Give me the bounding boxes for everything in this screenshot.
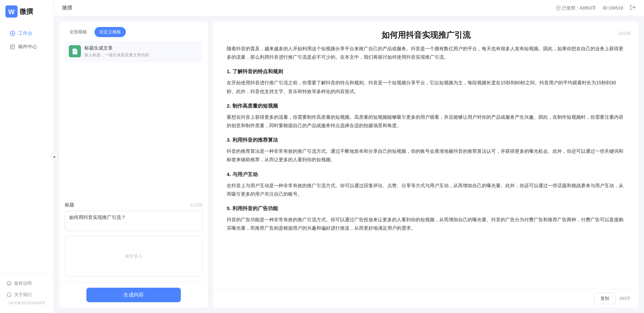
article-paragraph: 在抖音上与用户互动是一种非常有效的推广引流方式。你可以通过回复评论、点赞、分享等…	[227, 181, 625, 198]
template-card-content: 标题生成文章 输入标题，一键生成高质量文章内容	[84, 45, 149, 58]
document-icon	[556, 6, 561, 10]
article-heading: 3. 利用抖音的推荐算法	[227, 135, 625, 144]
right-panel: 如何用抖音实现推广引流 11/100 随着抖音的普及，越来越多的人开始利用这个短…	[213, 22, 639, 308]
svg-text:i: i	[9, 294, 9, 297]
icp-text: ©ICP备2022016946号	[0, 301, 54, 308]
sidebar-item-label-about: 关于我们	[14, 292, 32, 298]
article-footer: 复制 693字	[213, 289, 639, 308]
char-count: 12/100	[190, 203, 202, 207]
keyword-placeholder: 请空录入	[125, 253, 142, 259]
form-label-row: 标题 12/100	[65, 202, 202, 208]
sidebar: W 微撰 工作台 稿件中心	[0, 0, 54, 313]
article-paragraph: 抖音的推荐算法是一种非常有效的推广引流方式。通过不断地发布和分享自己的短视频，你…	[227, 147, 625, 164]
collapse-button[interactable]: ◀	[50, 153, 58, 160]
svg-text:©: ©	[8, 282, 10, 285]
sidebar-item-label-copyright: 版权说明	[14, 280, 32, 286]
sidebar-item-label-drafts: 稿件中心	[18, 44, 37, 50]
usage-info: 已使用：43953字	[556, 5, 596, 11]
divider-line	[59, 282, 208, 282]
sidebar-item-copyright[interactable]: © 版权说明	[0, 278, 54, 289]
template-card-title-article[interactable]: 📄 标题生成文章 输入标题，一键生成高质量文章内容	[65, 41, 202, 62]
id-label: ID:100519	[603, 5, 623, 10]
logo-area: W 微撰	[0, 0, 54, 23]
tab-all-templates[interactable]: 全部模板	[65, 27, 92, 37]
article-heading: 5. 利用抖音的广告功能	[227, 204, 625, 213]
usage-label: 已使用：43953字	[562, 5, 596, 11]
workbench-icon	[9, 30, 16, 36]
topbar-right: 已使用：43953字 ID:100519	[556, 4, 636, 11]
copy-button[interactable]: 复制	[594, 293, 616, 304]
svg-text:W: W	[8, 8, 15, 16]
article-heading: 4. 与用户互动	[227, 170, 625, 179]
topbar-title: 微撰	[62, 5, 72, 11]
word-count-badge: 693字	[620, 296, 631, 302]
generate-button[interactable]: 生成内容	[86, 288, 181, 302]
template-list: 📄 标题生成文章 输入标题，一键生成高质量文章内容	[59, 41, 208, 202]
main-container: 微撰 已使用：43953字 ID:100519	[54, 0, 644, 313]
title-input[interactable]	[65, 211, 202, 231]
article-body[interactable]: 随着抖音的普及，越来越多的人开始利用这个短视频分享平台来推广自己的产品或服务。抖…	[213, 45, 639, 289]
sidebar-item-drafts[interactable]: 稿件中心	[3, 40, 51, 53]
content-area: 全部模板 自定义模板 📄 标题生成文章 输入标题，一键生成高质量文章内容 标题 …	[54, 16, 644, 313]
article-paragraph: 在开始使用抖音进行推广引流之前，你需要了解抖音的特点和规则。抖音是一个短视频分享…	[227, 79, 625, 95]
template-card-title-text: 标题生成文章	[84, 45, 149, 51]
sidebar-bottom: © 版权说明 i 关于我们 ©ICP备2022016946号	[0, 274, 54, 313]
article-paragraph: 随着抖音的普及，越来越多的人开始利用这个短视频分享平台来推广自己的产品或服务。抖…	[227, 45, 625, 61]
drafts-icon	[9, 44, 16, 50]
page-indicator: 11/100	[618, 31, 631, 36]
tab-bar: 全部模板 自定义模板	[59, 22, 208, 41]
tab-custom-templates[interactable]: 自定义模板	[94, 27, 126, 37]
article-paragraph: 要想在抖音上获得更多的流量，你需要制作高质量的短视频。高质量的短视频能够吸引更多…	[227, 113, 625, 130]
form-label: 标题	[65, 202, 74, 208]
article-header: 如何用抖音实现推广引流 11/100	[213, 22, 639, 45]
article-paragraph: 抖音的广告功能是一种非常有效的推广引流方式。你可以通过广告投放来让更多的人看到你…	[227, 216, 625, 232]
svg-rect-3	[10, 45, 15, 49]
article-heading: 2. 制作高质量的短视频	[227, 101, 625, 110]
logout-icon[interactable]	[630, 4, 636, 11]
article-heading: 1. 了解抖音的特点和规则	[227, 67, 625, 76]
template-card-desc: 输入标题，一键生成高质量文章内容	[84, 52, 149, 58]
logo-text: 微撰	[20, 7, 33, 16]
svg-rect-8	[557, 6, 560, 10]
sidebar-nav: 工作台 稿件中心	[0, 23, 54, 274]
about-icon: i	[7, 292, 11, 297]
form-section: 标题 12/100 请空录入	[59, 202, 208, 277]
logo-icon: W	[5, 5, 18, 18]
sidebar-item-about[interactable]: i 关于我们	[0, 289, 54, 301]
sidebar-item-workbench[interactable]: 工作台	[3, 27, 51, 40]
keyword-input-area[interactable]: 请空录入	[65, 236, 202, 277]
article-title: 如何用抖音实现推广引流	[227, 30, 625, 40]
sidebar-item-label-workbench: 工作台	[18, 30, 32, 36]
left-panel: 全部模板 自定义模板 📄 标题生成文章 输入标题，一键生成高质量文章内容 标题 …	[59, 22, 208, 308]
template-card-icon: 📄	[69, 45, 81, 57]
copyright-icon: ©	[7, 281, 11, 286]
topbar: 微撰 已使用：43953字 ID:100519	[54, 0, 644, 16]
